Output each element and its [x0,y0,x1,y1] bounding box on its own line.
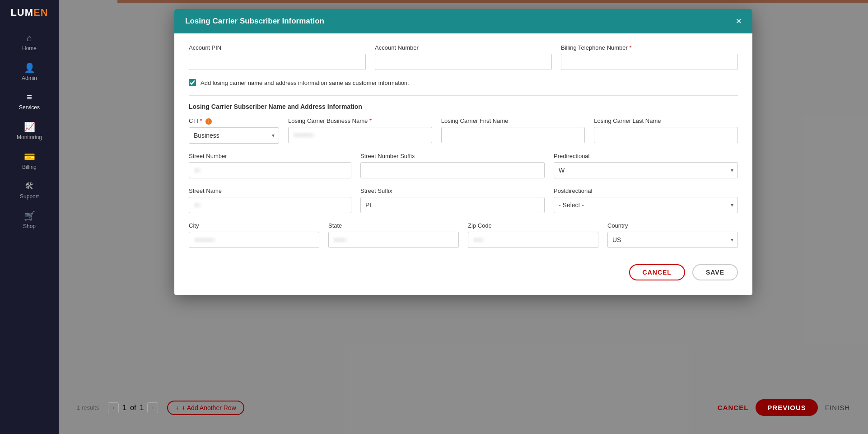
sidebar-item-home-label: Home [22,45,37,51]
street-number-suffix-input[interactable] [360,162,545,178]
first-name-input[interactable] [441,127,585,143]
monitoring-icon: 📈 [24,121,35,132]
modal-title: Losing Carrier Subscriber Information [185,17,324,26]
cti-select-wrapper: Business Residential ▾ [189,127,279,144]
street-suffix-label: Street Suffix [360,187,545,194]
account-pin-input[interactable] [189,54,366,70]
modal-cancel-button[interactable]: CANCEL [629,264,685,280]
modal-save-button[interactable]: SAVE [692,264,738,280]
street-name-input[interactable] [189,197,351,213]
form-group-account-number: Account Number [375,44,552,70]
sidebar-item-shop-label: Shop [23,223,36,229]
sidebar-item-home[interactable]: ⌂ Home [0,28,59,57]
form-row-cti: CTI * i Business Residential ▾ Losi [189,117,738,144]
form-group-state: State [328,222,459,248]
predirectional-select[interactable]: WENS [554,162,738,178]
predirectional-select-wrapper: WENS ▾ [554,162,738,178]
sidebar-item-billing[interactable]: 💳 Billing [0,146,59,176]
form-group-country: Country USCA ▾ [607,222,738,248]
sidebar-item-billing-label: Billing [22,164,37,170]
section-divider [189,95,738,96]
business-name-required: * [369,117,372,124]
country-select-wrapper: USCA ▾ [607,232,738,248]
modal-body: Account PIN Account Number Billing Telep… [174,33,752,295]
sidebar-item-admin[interactable]: 👤 Admin [0,57,59,87]
form-group-first-name: Losing Carrier First Name [441,117,585,144]
form-group-predirectional: Predirectional WENS ▾ [554,153,738,178]
modal-header: Losing Carrier Subscriber Information × [174,9,752,33]
form-group-last-name: Losing Carrier Last Name [594,117,738,144]
sidebar-item-shop[interactable]: 🛒 Shop [0,205,59,235]
checkbox-row: Add losing carrier name and address info… [189,79,738,86]
city-label: City [189,222,319,229]
form-group-cti: CTI * i Business Residential ▾ [189,117,279,144]
form-group-city: City [189,222,319,248]
form-group-billing-telephone: Billing Telephone Number * [561,44,738,70]
modal-wrapper: Losing Carrier Subscriber Information × … [59,0,868,434]
form-row-account: Account PIN Account Number Billing Telep… [189,44,738,70]
postdirectional-label: Postdirectional [554,187,738,194]
account-number-input[interactable] [375,54,552,70]
account-number-label: Account Number [375,44,552,51]
form-row-street: Street Number Street Number Suffix Predi… [189,153,738,178]
billing-telephone-label: Billing Telephone Number * [561,44,738,51]
street-suffix-input[interactable] [360,197,545,213]
modal-footer: CANCEL SAVE [189,257,738,284]
checkbox-label: Add losing carrier name and address info… [201,79,409,86]
cti-label: CTI * i [189,117,279,125]
sidebar-item-admin-label: Admin [22,75,37,81]
account-pin-label: Account PIN [189,44,366,51]
last-name-label: Losing Carrier Last Name [594,117,738,124]
street-number-suffix-label: Street Number Suffix [360,153,545,159]
street-name-label: Street Name [189,187,351,194]
zip-code-label: Zip Code [468,222,598,229]
billing-icon: 💳 [24,151,35,162]
postdirectional-select-wrapper: - Select -WENS ▾ [554,197,738,213]
form-row-city: City State Zip Code Country USCA [189,222,738,248]
state-input[interactable] [328,232,459,248]
sidebar-item-monitoring[interactable]: 📈 Monitoring [0,116,59,146]
postdirectional-select[interactable]: - Select -WENS [554,197,738,213]
services-icon: ≡ [27,92,32,103]
country-select[interactable]: USCA [607,232,738,248]
sidebar-item-services-label: Services [19,104,40,111]
business-name-input[interactable] [288,127,432,143]
shop-icon: 🛒 [24,210,35,221]
cti-required: * [200,117,202,124]
logo: LUMEN [10,7,48,19]
business-name-label: Losing Carrier Business Name * [288,117,432,124]
country-label: Country [607,222,738,229]
first-name-label: Losing Carrier First Name [441,117,585,124]
sidebar-item-support-label: Support [20,193,39,200]
form-group-street-number-suffix: Street Number Suffix [360,153,545,178]
form-group-street-number: Street Number [189,153,351,178]
sidebar-item-services[interactable]: ≡ Services [0,87,59,116]
modal-close-button[interactable]: × [736,16,742,26]
street-number-label: Street Number [189,153,351,159]
home-icon: ⌂ [27,33,32,43]
form-group-street-suffix: Street Suffix [360,187,545,213]
form-group-business-name: Losing Carrier Business Name * [288,117,432,144]
form-group-street-name: Street Name [189,187,351,213]
sidebar-item-monitoring-label: Monitoring [17,134,42,140]
state-label: State [328,222,459,229]
last-name-input[interactable] [594,127,738,143]
cti-info-icon[interactable]: i [205,118,212,125]
predirectional-label: Predirectional [554,153,738,159]
admin-icon: 👤 [24,62,35,73]
sidebar-item-support[interactable]: 🛠 Support [0,176,59,205]
modal: Losing Carrier Subscriber Information × … [174,9,752,295]
carrier-info-checkbox[interactable] [189,79,196,86]
street-number-input[interactable] [189,162,351,178]
form-group-postdirectional: Postdirectional - Select -WENS ▾ [554,187,738,213]
section-title: Losing Carrier Subscriber Name and Addre… [189,103,738,110]
support-icon: 🛠 [25,181,34,191]
form-row-street-name: Street Name Street Suffix Postdirectiona… [189,187,738,213]
cti-select[interactable]: Business Residential [189,127,279,144]
city-input[interactable] [189,232,319,248]
billing-telephone-input[interactable] [561,54,738,70]
sidebar: LUMEN ⌂ Home 👤 Admin ≡ Services 📈 Monito… [0,0,59,434]
zip-code-input[interactable] [468,232,598,248]
form-group-zip-code: Zip Code [468,222,598,248]
billing-telephone-required: * [630,44,632,51]
